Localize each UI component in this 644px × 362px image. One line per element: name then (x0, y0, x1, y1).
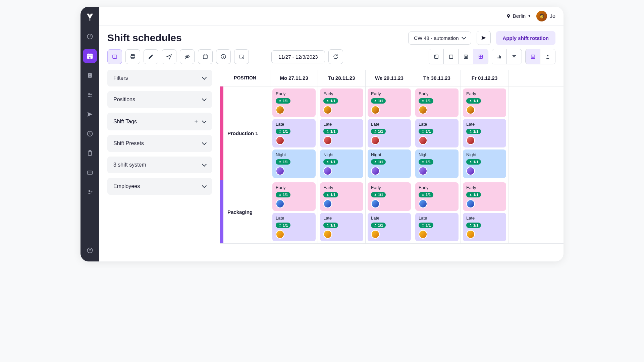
shift-badge: 1/1 (419, 129, 433, 134)
tool-send[interactable] (162, 49, 176, 64)
apply-rotation-button[interactable]: Apply shift rotation (496, 31, 556, 45)
filter-label: Positions (113, 97, 135, 103)
view-list[interactable] (459, 49, 473, 64)
nav-absences[interactable] (83, 107, 97, 121)
shift-card[interactable]: Early1/1 (463, 88, 506, 117)
chevron-down-icon (202, 118, 207, 123)
person-icon (545, 54, 551, 60)
tool-calendar[interactable] (198, 49, 213, 64)
tool-visibility[interactable] (180, 49, 195, 64)
day-cell: Early1/1Late1/1 (461, 180, 508, 243)
position-label: Production 1 (223, 86, 270, 180)
day-cell: Early1/1Late1/1Night1/1 (318, 86, 366, 180)
view-week[interactable] (444, 49, 459, 64)
filter-row-shift-presets[interactable]: Shift Presets (107, 135, 212, 152)
shift-card[interactable]: Late1/1 (415, 213, 459, 241)
shift-card[interactable]: Early1/1 (415, 182, 459, 211)
shift-card[interactable]: Early1/1 (272, 182, 316, 211)
sidebar-icon (112, 54, 118, 60)
tool-select[interactable] (234, 49, 249, 64)
shift-card[interactable]: Night1/1 (320, 149, 363, 178)
tool-edit[interactable] (144, 49, 158, 64)
view-group-1 (429, 49, 488, 64)
view-day[interactable] (429, 49, 444, 64)
nav-tasks[interactable] (83, 146, 97, 160)
view-align[interactable] (507, 49, 522, 64)
shift-card[interactable]: Night1/1 (463, 149, 506, 178)
tool-panel-toggle[interactable] (107, 49, 122, 64)
shift-name: Late (276, 122, 312, 127)
shift-card[interactable]: Late1/1 (463, 119, 506, 147)
shift-card[interactable]: Late1/1 (368, 213, 411, 241)
shift-card[interactable]: Late1/1 (320, 213, 363, 241)
shift-badge: 1/1 (371, 192, 386, 197)
filter-row-employees[interactable]: Employees (107, 178, 212, 195)
refresh-icon (333, 54, 339, 60)
location-selector[interactable]: Berlin ▼ (506, 13, 531, 19)
shift-card[interactable]: Night1/1 (415, 149, 459, 178)
shift-card[interactable]: Early1/1 (320, 182, 363, 211)
tool-refresh[interactable] (328, 49, 343, 64)
shift-card[interactable]: Early1/1 (415, 88, 459, 117)
nav-team[interactable] (83, 88, 97, 102)
shift-card[interactable]: Late1/1 (272, 119, 316, 147)
nav-time[interactable] (83, 127, 97, 141)
tool-info[interactable] (216, 49, 231, 64)
plus-icon[interactable]: + (194, 118, 198, 125)
shift-name: Early (371, 185, 408, 190)
nav-profile[interactable] (83, 185, 97, 199)
filter-row-filters[interactable]: Filters (107, 70, 212, 86)
shift-avatar (276, 199, 284, 208)
shift-card[interactable]: Late1/1 (415, 119, 459, 147)
shift-card[interactable]: Late1/1 (368, 119, 411, 147)
nav-contacts[interactable] (83, 68, 97, 82)
view-grid[interactable] (473, 49, 488, 64)
shift-card[interactable]: Early1/1 (463, 182, 506, 211)
svg-point-3 (89, 74, 90, 75)
tool-print[interactable] (125, 49, 140, 64)
shift-avatar (466, 136, 475, 145)
week-selector[interactable]: CW 48 - automation (408, 32, 471, 45)
shift-badge: 1/1 (419, 223, 433, 228)
chevron-down-icon (461, 35, 466, 40)
square-dot-icon (433, 54, 439, 60)
shift-card[interactable]: Early1/1 (368, 88, 411, 117)
chevron-down-icon (202, 183, 207, 188)
shift-card[interactable]: Late1/1 (272, 213, 316, 241)
chevron-down-icon (202, 75, 207, 80)
nav-schedule[interactable]: 6 (83, 49, 97, 63)
filter-row-positions[interactable]: Positions (107, 91, 212, 108)
shift-card[interactable]: Late1/1 (463, 213, 506, 241)
svg-point-10 (89, 190, 90, 192)
week-selector-label: CW 48 - automation (414, 35, 459, 41)
gauge-icon (87, 33, 93, 40)
absence-mode-button[interactable] (477, 31, 491, 45)
shift-avatar (323, 106, 332, 114)
view-employee[interactable] (526, 49, 540, 64)
svg-point-31 (279, 100, 280, 101)
shift-card[interactable]: Early1/1 (320, 88, 363, 117)
shift-avatar (276, 136, 284, 145)
shift-card[interactable]: Late1/1 (320, 119, 363, 147)
view-stats[interactable] (492, 49, 507, 64)
view-person[interactable] (540, 49, 555, 64)
filter-row-3-shift-system[interactable]: 3 shift system (107, 157, 212, 173)
nav-help[interactable] (83, 243, 97, 257)
shift-card[interactable]: Early1/1 (368, 182, 411, 211)
send-icon (166, 54, 172, 60)
nav-payroll[interactable] (83, 166, 97, 180)
date-range-picker[interactable]: 11/27 - 12/3/2023 (271, 50, 325, 63)
list-icon (463, 54, 469, 60)
svg-point-38 (375, 130, 376, 131)
shift-card[interactable]: Early1/1 (272, 88, 316, 117)
day-cell: Early1/1Late1/1Night1/1 (413, 86, 461, 180)
filter-row-shift-tags[interactable]: Shift Tags+ (107, 113, 212, 130)
shift-name: Late (323, 122, 360, 127)
nav-dashboard[interactable] (83, 29, 97, 44)
help-icon (87, 247, 93, 254)
svg-rect-25 (497, 57, 498, 58)
user-menu[interactable]: 👩 Jo (536, 11, 555, 21)
shift-card[interactable]: Night1/1 (368, 149, 411, 178)
svg-point-39 (375, 161, 376, 162)
shift-card[interactable]: Night1/1 (272, 149, 316, 178)
